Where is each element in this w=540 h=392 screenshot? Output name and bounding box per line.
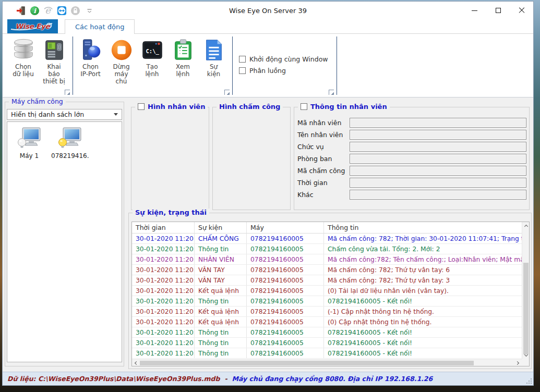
ribbon-button-d-ng-m-y-ch[interactable]: Dừng máy chủ	[106, 36, 137, 85]
ribbon-button-label: Chọn IP-Port	[80, 64, 101, 78]
employee-photo-checkbox[interactable]	[138, 103, 145, 110]
chevron-right-icon	[515, 361, 519, 365]
resize-grip[interactable]	[526, 378, 532, 384]
m-ch-m-c-ng-input[interactable]	[350, 166, 526, 176]
device-item-078219416[interactable]: 078219416...	[51, 126, 89, 160]
dialog-launcher-icon[interactable]	[224, 90, 230, 95]
quick-access-toolbar: ie	[3, 6, 80, 16]
column-header-s-ki-n[interactable]: Sự kiện	[195, 222, 247, 233]
info-icon[interactable]: i	[30, 6, 40, 16]
column-header-m-y[interactable]: Máy	[247, 222, 324, 233]
panel-employee-photo: Hình nhân viên	[131, 107, 209, 210]
field-row-th-i-gian: Thời gian	[297, 178, 526, 188]
event-row[interactable]: 30-01-2020 11:20:07VÂN TAY0782194160005M…	[132, 265, 529, 275]
terminal-icon: C:\_	[140, 38, 164, 62]
ribbon-group-2: Chọn IP-PortDừng máy chủC:\_Tạo lệnhXem …	[73, 35, 232, 97]
field-label: Khác	[297, 191, 350, 199]
cell-event: Kết quả lệnh	[195, 307, 247, 316]
event-row[interactable]: 30-01-2020 11:20:07Thông tin078219416000…	[132, 296, 529, 307]
exit-icon[interactable]	[16, 6, 26, 16]
event-row[interactable]: 30-01-2020 11:20:08Kết quả lệnh078219416…	[132, 307, 529, 317]
cell-machine: 0782194160005	[247, 254, 324, 264]
horizontal-scrollbar[interactable]	[132, 359, 522, 366]
minimize-button[interactable]	[463, 2, 486, 19]
t-n-nh-n-vi-n-input[interactable]	[350, 130, 526, 140]
ph-ng-ban-input[interactable]	[350, 154, 526, 164]
column-header-th-i-gian[interactable]: Thời gian	[132, 222, 195, 233]
employee-info-checkbox[interactable]	[301, 103, 307, 110]
event-row[interactable]: 30-01-2020 11:20:08Kết quả lệnh078219416…	[132, 317, 529, 327]
events-table-header: Thời gianSự kiệnMáyThông tin	[132, 222, 529, 234]
view-mode-select[interactable]: Hiển thị danh sách lớn	[7, 109, 122, 120]
scroll-left-button[interactable]	[132, 360, 139, 366]
maximize-button[interactable]	[486, 2, 510, 19]
fingerprint-device-icon	[42, 38, 66, 62]
cell-info: 0782194160005 - Kết nối!	[324, 338, 529, 348]
scroll-right-button[interactable]	[514, 360, 522, 366]
event-row[interactable]: 30-01-2020 11:20:07VÂN TAY0782194160005M…	[132, 275, 529, 286]
vertical-scrollbar[interactable]	[522, 222, 529, 359]
computer-online-icon	[56, 126, 83, 152]
tab-cac-hoat-dong[interactable]: Các hoạt động	[65, 19, 135, 34]
field-label: Tên nhân viên	[297, 131, 350, 139]
dialog-launcher-icon[interactable]	[65, 90, 70, 95]
ribbon-button-ch-n-ip-port[interactable]: Chọn IP-Port	[75, 36, 106, 78]
window-title: Wise Eye On Server 39	[3, 7, 533, 15]
ch-c-v-input[interactable]	[350, 142, 526, 152]
cell-info: 0782194160005 - Kết nối!	[324, 327, 529, 337]
ribbon-button-khai-b-o-thi-t-b[interactable]: Khai báo thiết bị	[39, 36, 69, 85]
teamviewer-icon[interactable]	[57, 6, 67, 16]
device-label: 078219416...	[51, 152, 89, 160]
app-window: ie Wise Eye On Server 39 Wise Eye Các ho…	[2, 1, 534, 386]
cell-event: CHẤM CÔNG	[195, 234, 247, 243]
vertical-scroll-thumb[interactable]	[523, 263, 529, 354]
event-row[interactable]: 30-01-2020 11:20:14Thông tin078219416000…	[132, 348, 529, 359]
scroll-down-button[interactable]	[522, 352, 530, 359]
checkbox-label: Khởi động cùng Window	[249, 55, 328, 63]
cell-time: 30-01-2020 11:20:14	[132, 348, 195, 358]
device-item-m-y-1[interactable]: Máy 1	[10, 126, 48, 160]
lock-icon[interactable]	[70, 6, 80, 16]
cell-time: 30-01-2020 11:20:08	[132, 307, 195, 316]
cell-info: 0782194160005 - Kết nối!	[324, 348, 529, 358]
close-button[interactable]	[510, 2, 533, 19]
titlebar[interactable]: ie Wise Eye On Server 39	[3, 2, 533, 19]
cell-info: Chấm công vừa tải. Tổng: 2. Mới: 2	[324, 244, 529, 254]
option-kh-i-ng-c-ng-window[interactable]: Khởi động cùng Window	[239, 55, 328, 63]
tab-wise-eye-logo[interactable]: Wise Eye	[7, 19, 58, 33]
option-ph-n-lu-ng[interactable]: Phân luồng	[239, 67, 328, 75]
employee-info-fields: Mã nhân viênTên nhân viênChức vụPhòng ba…	[297, 118, 526, 202]
event-row[interactable]: 30-01-2020 11:20:09Thông tin078219416000…	[132, 338, 529, 348]
event-row[interactable]: 30-01-2020 11:20:06Thông tin078219416000…	[132, 244, 529, 254]
event-row[interactable]: 30-01-2020 11:20:07Kết quả lệnh078219416…	[132, 286, 529, 296]
cell-event: Thông tin	[195, 338, 247, 348]
event-row[interactable]: 30-01-2020 11:20:08Thông tin078219416000…	[132, 327, 529, 338]
th-i-gian-input[interactable]	[350, 178, 526, 188]
m-nh-n-vi-n-input[interactable]	[350, 118, 526, 128]
events-table-body: 30-01-2020 11:20:05CHẤM CÔNG078219416000…	[132, 234, 529, 359]
internet-explorer-icon[interactable]: e	[43, 6, 53, 16]
ph-n-lu-ng-checkbox[interactable]	[239, 67, 246, 74]
scroll-up-button[interactable]	[522, 222, 530, 229]
cell-machine: 0782194160005	[247, 286, 324, 296]
device-list: Máy 1078219416...	[7, 121, 122, 362]
cell-info: 0782194160005 - Kết nối!	[324, 296, 529, 306]
ribbon-button-t-o-l-nh[interactable]: C:\_Tạo lệnh	[137, 36, 167, 78]
kh-c-input[interactable]	[350, 190, 526, 200]
ribbon-button-ch-n-d-li-u[interactable]: Chọn dữ liệu	[8, 36, 39, 78]
cell-time: 30-01-2020 11:20:06	[132, 254, 195, 264]
ribbon-button-s-ki-n[interactable]: Sự kiện	[198, 36, 229, 78]
cell-machine: 0782194160005	[247, 317, 324, 327]
dialog-launcher-icon[interactable]	[329, 90, 334, 95]
field-row-kh-c: Khác	[297, 190, 526, 200]
ribbon-button-label: Dừng máy chủ	[113, 64, 129, 85]
ribbon-button-xem-l-nh[interactable]: Xem lệnh	[167, 36, 198, 78]
document-icon	[202, 38, 226, 62]
stop-icon	[110, 38, 134, 62]
horizontal-scroll-thumb[interactable]	[140, 361, 474, 365]
kh-i-ng-c-ng-window-checkbox[interactable]	[239, 56, 246, 63]
column-header-th-ng-tin[interactable]: Thông tin	[324, 222, 529, 233]
event-row[interactable]: 30-01-2020 11:20:06NHÂN VIÊN078219416000…	[132, 254, 529, 265]
event-row[interactable]: 30-01-2020 11:20:05CHẤM CÔNG078219416000…	[132, 234, 529, 244]
field-label: Mã chấm công	[297, 167, 350, 175]
